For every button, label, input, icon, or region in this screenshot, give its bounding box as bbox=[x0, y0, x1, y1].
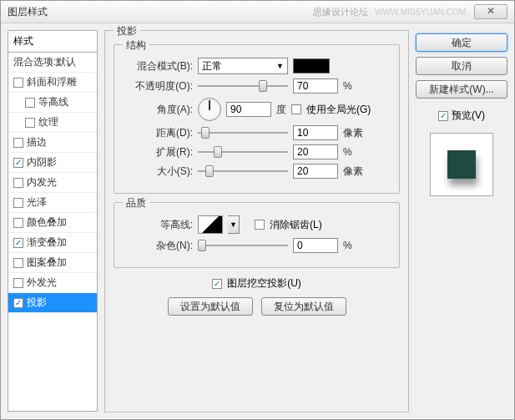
sidebar-item-label: 投影 bbox=[27, 296, 47, 310]
sidebar-item-label: 描边 bbox=[27, 135, 47, 149]
titlebar[interactable]: 图层样式 思缘设计论坛 WWW.MISSYUAN.COM ✕ bbox=[1, 1, 514, 23]
opacity-unit: % bbox=[343, 80, 352, 92]
sidebar-item-label: 图案叠加 bbox=[27, 256, 67, 270]
spread-label: 扩展(R): bbox=[124, 145, 193, 159]
opacity-input[interactable]: 70 bbox=[293, 78, 338, 94]
panel-title: 投影 bbox=[114, 24, 140, 38]
watermark-url: WWW.MISSYUAN.COM bbox=[375, 8, 466, 17]
window-title: 图层样式 bbox=[8, 5, 313, 19]
angle-input[interactable]: 90 bbox=[226, 102, 271, 117]
noise-label: 杂色(N): bbox=[124, 239, 193, 253]
distance-slider[interactable] bbox=[198, 126, 288, 139]
size-unit: 像素 bbox=[343, 164, 363, 179]
style-checkbox[interactable] bbox=[13, 198, 23, 208]
size-slider[interactable] bbox=[198, 164, 288, 178]
new-style-button[interactable]: 新建样式(W)... bbox=[416, 80, 507, 99]
preview-thumbnail bbox=[430, 133, 493, 196]
preview-checkbox[interactable] bbox=[438, 111, 448, 121]
preview-label: 预览(V) bbox=[452, 109, 485, 123]
style-checkbox[interactable] bbox=[25, 98, 35, 108]
ok-button[interactable]: 确定 bbox=[416, 33, 507, 52]
noise-slider[interactable] bbox=[198, 239, 288, 252]
contour-dropdown[interactable]: ▼ bbox=[228, 215, 240, 234]
contour-picker[interactable] bbox=[198, 215, 223, 234]
spread-unit: % bbox=[343, 146, 352, 158]
sidebar-item[interactable]: 图案叠加 bbox=[8, 253, 97, 273]
structure-legend: 结构 bbox=[123, 38, 149, 53]
style-checkbox[interactable] bbox=[25, 118, 35, 128]
dialog-body: 样式 混合选项:默认 斜面和浮雕等高线纹理描边内阴影内发光光泽颜色叠加渐变叠加图… bbox=[1, 23, 514, 419]
style-checkbox[interactable] bbox=[13, 78, 23, 88]
watermark-text: 思缘设计论坛 bbox=[313, 6, 368, 18]
shadow-color-swatch[interactable] bbox=[293, 58, 330, 73]
knockout-checkbox[interactable] bbox=[212, 279, 222, 289]
style-checkbox[interactable] bbox=[13, 298, 23, 308]
sidebar-item[interactable]: 内阴影 bbox=[8, 153, 97, 173]
sidebar-item[interactable]: 外发光 bbox=[8, 273, 97, 293]
distance-input[interactable]: 10 bbox=[293, 125, 338, 140]
sidebar-item-label: 渐变叠加 bbox=[27, 235, 67, 250]
panel-outer: 投影 结构 混合模式(B): 正常 ▼ 不透明度(O): bbox=[104, 30, 409, 412]
size-label: 大小(S): bbox=[124, 164, 193, 179]
size-input[interactable]: 20 bbox=[293, 164, 338, 179]
distance-label: 距离(D): bbox=[124, 126, 193, 140]
right-panel: 确定 取消 新建样式(W)... 预览(V) bbox=[416, 30, 507, 412]
quality-group: 品质 等高线: ▼ 消除锯齿(L) 杂色(N): 0 % bbox=[114, 202, 400, 268]
noise-unit: % bbox=[343, 240, 352, 251]
cancel-button[interactable]: 取消 bbox=[416, 57, 507, 75]
layer-style-dialog: 图层样式 思缘设计论坛 WWW.MISSYUAN.COM ✕ 样式 混合选项:默… bbox=[0, 0, 515, 420]
sidebar-item-label: 纹理 bbox=[38, 115, 58, 129]
opacity-slider[interactable] bbox=[198, 79, 288, 93]
styles-list: 混合选项:默认 斜面和浮雕等高线纹理描边内阴影内发光光泽颜色叠加渐变叠加图案叠加… bbox=[8, 53, 98, 412]
chevron-down-icon: ▼ bbox=[276, 62, 284, 70]
sidebar-item[interactable]: 描边 bbox=[8, 133, 97, 153]
blend-mode-label: 混合模式(B): bbox=[124, 59, 193, 73]
antialias-checkbox[interactable] bbox=[255, 220, 265, 230]
antialias-label: 消除锯齿(L) bbox=[270, 218, 322, 232]
reset-default-button[interactable]: 复位为默认值 bbox=[261, 297, 346, 316]
global-light-checkbox[interactable] bbox=[291, 104, 301, 114]
settings-panel: 投影 结构 混合模式(B): 正常 ▼ 不透明度(O): bbox=[104, 30, 409, 412]
preview-swatch bbox=[447, 150, 476, 179]
style-checkbox[interactable] bbox=[13, 138, 23, 148]
sidebar-item-label: 等高线 bbox=[38, 95, 68, 109]
sidebar-header[interactable]: 样式 bbox=[8, 30, 98, 53]
style-checkbox[interactable] bbox=[13, 238, 23, 248]
sidebar-item-label: 光泽 bbox=[27, 195, 47, 210]
contour-label: 等高线: bbox=[124, 218, 193, 232]
structure-group: 结构 混合模式(B): 正常 ▼ 不透明度(O): 70 % bbox=[114, 44, 400, 194]
sidebar-item-label: 外发光 bbox=[27, 276, 57, 290]
styles-sidebar: 样式 混合选项:默认 斜面和浮雕等高线纹理描边内阴影内发光光泽颜色叠加渐变叠加图… bbox=[8, 30, 98, 412]
sidebar-item[interactable]: 投影 bbox=[8, 293, 97, 313]
quality-legend: 品质 bbox=[123, 196, 149, 210]
sidebar-item-label: 内发光 bbox=[27, 175, 57, 190]
make-default-button[interactable]: 设置为默认值 bbox=[168, 297, 253, 316]
style-checkbox[interactable] bbox=[13, 158, 23, 168]
global-light-label: 使用全局光(G) bbox=[306, 103, 371, 117]
opacity-label: 不透明度(O): bbox=[124, 79, 193, 94]
noise-input[interactable]: 0 bbox=[293, 238, 338, 253]
spread-input[interactable]: 20 bbox=[293, 144, 338, 159]
sidebar-item[interactable]: 斜面和浮雕 bbox=[8, 73, 97, 93]
style-checkbox[interactable] bbox=[13, 178, 23, 188]
style-checkbox[interactable] bbox=[13, 218, 23, 228]
sidebar-item[interactable]: 等高线 bbox=[8, 93, 97, 113]
sidebar-item[interactable]: 纹理 bbox=[8, 113, 97, 133]
spread-slider[interactable] bbox=[198, 145, 288, 159]
sidebar-item[interactable]: 渐变叠加 bbox=[8, 233, 97, 253]
knockout-label: 图层挖空投影(U) bbox=[227, 276, 301, 291]
style-checkbox[interactable] bbox=[13, 258, 23, 268]
sidebar-item-label: 内阴影 bbox=[27, 155, 57, 170]
angle-label: 角度(A): bbox=[124, 103, 193, 117]
sidebar-item[interactable]: 光泽 bbox=[8, 193, 97, 213]
blend-mode-select[interactable]: 正常 ▼ bbox=[198, 58, 288, 74]
sidebar-item[interactable]: 颜色叠加 bbox=[8, 213, 97, 233]
angle-unit: 度 bbox=[276, 103, 286, 117]
angle-dial[interactable] bbox=[198, 98, 221, 121]
close-button[interactable]: ✕ bbox=[474, 4, 507, 19]
close-icon: ✕ bbox=[487, 5, 495, 17]
sidebar-item[interactable]: 内发光 bbox=[8, 173, 97, 193]
style-checkbox[interactable] bbox=[13, 278, 23, 288]
distance-unit: 像素 bbox=[343, 126, 363, 140]
sidebar-item-blend-options[interactable]: 混合选项:默认 bbox=[8, 53, 97, 73]
